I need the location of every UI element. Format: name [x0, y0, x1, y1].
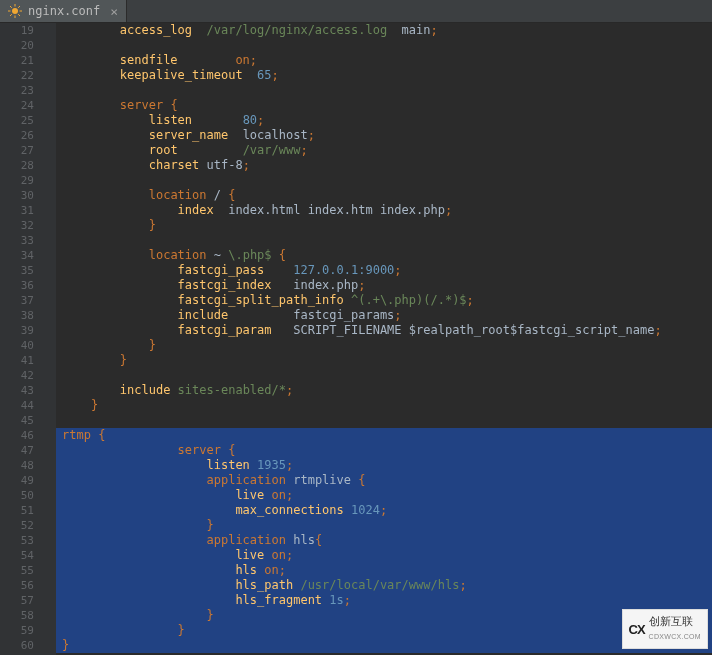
line-number: 36	[0, 278, 34, 293]
line-number: 19	[0, 23, 34, 38]
line-number: 30	[0, 188, 34, 203]
line-number: 38	[0, 308, 34, 323]
line-number: 50	[0, 488, 34, 503]
line-number: 49	[0, 473, 34, 488]
line-number: 57	[0, 593, 34, 608]
line-number: 37	[0, 293, 34, 308]
line-number: 27	[0, 143, 34, 158]
line-number: 26	[0, 128, 34, 143]
tab-close-icon[interactable]: ×	[110, 5, 118, 18]
line-number: 39	[0, 323, 34, 338]
svg-line-8	[18, 6, 20, 8]
line-number: 56	[0, 578, 34, 593]
code-editor[interactable]: 1920212223242526272829303132333435363738…	[0, 23, 712, 655]
line-number: 52	[0, 518, 34, 533]
line-number: 41	[0, 353, 34, 368]
line-number: 45	[0, 413, 34, 428]
line-number: 20	[0, 38, 34, 53]
line-number: 44	[0, 398, 34, 413]
line-number: 35	[0, 263, 34, 278]
line-number: 29	[0, 173, 34, 188]
svg-line-5	[10, 6, 12, 8]
svg-line-7	[10, 14, 12, 16]
sun-file-icon	[8, 4, 22, 18]
line-number: 24	[0, 98, 34, 113]
line-number: 25	[0, 113, 34, 128]
line-number: 28	[0, 158, 34, 173]
line-number: 40	[0, 338, 34, 353]
line-number: 23	[0, 83, 34, 98]
svg-line-6	[18, 14, 20, 16]
line-number: 42	[0, 368, 34, 383]
line-number: 47	[0, 443, 34, 458]
file-tab[interactable]: nginx.conf ×	[0, 0, 127, 22]
line-number: 21	[0, 53, 34, 68]
svg-point-0	[12, 8, 18, 14]
line-number: 59	[0, 623, 34, 638]
line-number: 31	[0, 203, 34, 218]
line-number: 46	[0, 428, 34, 443]
line-number: 48	[0, 458, 34, 473]
line-number: 22	[0, 68, 34, 83]
line-number: 54	[0, 548, 34, 563]
tab-filename: nginx.conf	[28, 4, 100, 19]
line-number: 60	[0, 638, 34, 653]
tab-bar: nginx.conf ×	[0, 0, 712, 23]
line-number: 34	[0, 248, 34, 263]
gutter-stripe	[42, 23, 56, 655]
code-area[interactable]: access_log /var/log/nginx/access.log mai…	[56, 23, 712, 655]
line-number: 43	[0, 383, 34, 398]
line-number: 58	[0, 608, 34, 623]
line-number: 33	[0, 233, 34, 248]
line-number: 51	[0, 503, 34, 518]
line-number: 32	[0, 218, 34, 233]
line-number-gutter: 1920212223242526272829303132333435363738…	[0, 23, 42, 655]
line-number: 53	[0, 533, 34, 548]
line-number: 55	[0, 563, 34, 578]
